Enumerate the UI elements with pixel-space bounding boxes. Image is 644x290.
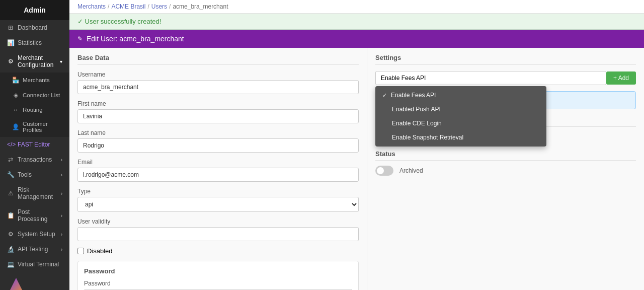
transactions-icon: ⇄ bbox=[7, 156, 14, 163]
post-processing-icon: 📋 bbox=[7, 212, 14, 219]
dashboard-icon: ⊞ bbox=[7, 24, 14, 31]
dropdown-item-label: Enable Fees API bbox=[391, 92, 436, 99]
breadcrumb-sep: / bbox=[108, 3, 109, 10]
user-validity-label: User validity bbox=[77, 218, 359, 225]
page-title: Edit User: acme_bra_merchant bbox=[87, 35, 184, 43]
chevron-right-icon: › bbox=[61, 213, 62, 219]
breadcrumb-acme-brasil[interactable]: ACME Brasil bbox=[111, 3, 145, 10]
sidebar-item-risk-management[interactable]: ⚠ Risk Management › bbox=[0, 182, 69, 204]
system-setup-icon: ⚙ bbox=[7, 231, 14, 238]
dropdown-item-cde-login[interactable]: Enable CDE Login bbox=[375, 116, 546, 130]
statistics-icon: 📊 bbox=[7, 39, 14, 46]
firstname-group: First name bbox=[77, 100, 359, 123]
password-label: Password bbox=[84, 280, 352, 287]
sidebar-item-virtual-terminal[interactable]: 💻 Virtual Terminal bbox=[0, 257, 69, 272]
breadcrumb-current: acme_bra_merchant bbox=[173, 3, 228, 10]
sidebar-item-system-setup[interactable]: ⚙ System Setup › bbox=[0, 227, 69, 242]
user-validity-group: User validity bbox=[77, 218, 359, 241]
sidebar-item-label: Statistics bbox=[18, 39, 62, 46]
username-input[interactable] bbox=[77, 80, 359, 94]
breadcrumb: Merchants / ACME Brasil / Users / acme_b… bbox=[69, 0, 644, 14]
sidebar-item-connector-list[interactable]: ◈ Connector List bbox=[0, 88, 69, 103]
permissions-select[interactable]: Enable Fees API bbox=[375, 71, 606, 85]
password-group: Password ℹ ↻ Generate 👁 Show/hide Passwo… bbox=[84, 280, 352, 290]
email-label: Email bbox=[77, 159, 359, 166]
sidebar-item-label: Dashboard bbox=[18, 24, 62, 31]
status-section-title: Status bbox=[375, 150, 636, 161]
dropdown-item-push-api[interactable]: Enabled Push API bbox=[375, 102, 546, 116]
dropdown-item-label: Enable Snapshot Retrieval bbox=[392, 134, 463, 141]
logo bbox=[6, 278, 26, 290]
fast-editor-icon: </> bbox=[7, 141, 14, 148]
sidebar-item-fast-editor[interactable]: </> FAST Editor bbox=[0, 137, 69, 152]
sidebar-item-api-testing[interactable]: 🔬 API Testing › bbox=[0, 242, 69, 257]
sidebar-item-label: Virtual Terminal bbox=[18, 261, 62, 268]
add-permission-button[interactable]: + Add bbox=[606, 71, 636, 85]
sidebar-item-statistics[interactable]: 📊 Statistics bbox=[0, 35, 69, 50]
sidebar-item-label: Customer Profiles bbox=[23, 121, 62, 133]
sidebar-item-post-processing[interactable]: 📋 Post Processing › bbox=[0, 204, 69, 227]
archived-label: Archived bbox=[399, 167, 423, 174]
disabled-group: Disabled bbox=[77, 247, 359, 255]
base-data-title: Base Data bbox=[77, 54, 359, 65]
content-area: Base Data Username First name Last name … bbox=[69, 48, 644, 290]
virtual-terminal-icon: 💻 bbox=[7, 261, 14, 268]
breadcrumb-users[interactable]: Users bbox=[151, 3, 167, 10]
chevron-right-icon: › bbox=[61, 247, 62, 252]
permissions-dropdown: Enable Fees API Enabled Push API Enable … bbox=[375, 86, 546, 147]
sidebar-footer bbox=[0, 272, 69, 290]
breadcrumb-sep: / bbox=[169, 3, 171, 10]
disabled-label: Disabled bbox=[87, 247, 113, 255]
password-section-title: Password bbox=[84, 267, 352, 275]
lastname-group: Last name bbox=[77, 129, 359, 153]
firstname-input[interactable] bbox=[77, 109, 359, 123]
right-panel: Settings Enable Fees API Enable Fees API… bbox=[367, 48, 644, 290]
archived-row: Archived bbox=[375, 166, 636, 176]
user-validity-input[interactable] bbox=[77, 227, 359, 241]
sidebar-item-merchants[interactable]: 🏪 Merchants bbox=[0, 72, 69, 88]
dropdown-item-fees-api[interactable]: Enable Fees API bbox=[375, 88, 546, 102]
sidebar-item-dashboard[interactable]: ⊞ Dashboard bbox=[0, 20, 69, 35]
sidebar-item-label: Merchant Configuration bbox=[18, 54, 56, 68]
dropdown-item-snapshot[interactable]: Enable Snapshot Retrieval bbox=[375, 130, 546, 144]
dropdown-item-label: Enabled Push API bbox=[392, 106, 441, 113]
username-group: Username bbox=[77, 71, 359, 94]
config-icon: ⚙ bbox=[7, 58, 14, 65]
sidebar-item-tools[interactable]: 🔧 Tools › bbox=[0, 167, 69, 182]
sidebar-item-label: Transactions bbox=[18, 156, 57, 163]
settings-title: Settings bbox=[375, 54, 636, 65]
archived-toggle[interactable] bbox=[375, 166, 393, 176]
password-section: Password Password ℹ ↻ Generate 👁 bbox=[77, 261, 359, 290]
type-label: Type bbox=[77, 188, 359, 195]
main-content: Merchants / ACME Brasil / Users / acme_b… bbox=[69, 0, 644, 290]
sidebar-item-transactions[interactable]: ⇄ Transactions › bbox=[0, 152, 69, 167]
sidebar-item-label: FAST Editor bbox=[18, 141, 62, 148]
merchants-icon: 🏪 bbox=[12, 77, 19, 84]
chevron-right-icon: › bbox=[61, 157, 62, 163]
success-banner: ✓ User successfully created! bbox=[69, 14, 644, 30]
type-select[interactable]: api admin user bbox=[77, 197, 359, 212]
api-testing-icon: 🔬 bbox=[7, 246, 14, 253]
connector-icon: ◈ bbox=[12, 92, 19, 99]
sidebar-item-label: API Testing bbox=[18, 246, 57, 253]
sidebar-sub-merchant: 🏪 Merchants ◈ Connector List ↔ Routing 👤… bbox=[0, 72, 69, 137]
disabled-checkbox[interactable] bbox=[77, 248, 84, 254]
page-header: ✎ Edit User: acme_bra_merchant bbox=[69, 30, 644, 48]
sidebar-item-label: Connector List bbox=[23, 92, 62, 98]
email-input[interactable] bbox=[77, 168, 359, 182]
sidebar-item-customer-profiles[interactable]: 👤 Customer Profiles bbox=[0, 117, 69, 137]
left-panel: Base Data Username First name Last name … bbox=[69, 48, 367, 290]
sidebar-item-routing[interactable]: ↔ Routing bbox=[0, 103, 69, 117]
customer-icon: 👤 bbox=[12, 123, 19, 130]
sidebar-item-merchant-config[interactable]: ⚙ Merchant Configuration ▾ bbox=[0, 50, 69, 72]
sidebar-item-label: System Setup bbox=[18, 231, 57, 238]
lastname-input[interactable] bbox=[77, 138, 359, 153]
permissions-row: Enable Fees API Enable Fees API Enabled … bbox=[375, 71, 636, 85]
email-group: Email bbox=[77, 159, 359, 182]
breadcrumb-merchants[interactable]: Merchants bbox=[77, 3, 106, 10]
chevron-right-icon: › bbox=[61, 191, 62, 196]
username-label: Username bbox=[77, 71, 359, 78]
success-message: ✓ User successfully created! bbox=[77, 18, 161, 25]
sidebar: Admin ⊞ Dashboard 📊 Statistics ⚙ Merchan… bbox=[0, 0, 69, 290]
chevron-down-icon: ▾ bbox=[60, 59, 62, 64]
